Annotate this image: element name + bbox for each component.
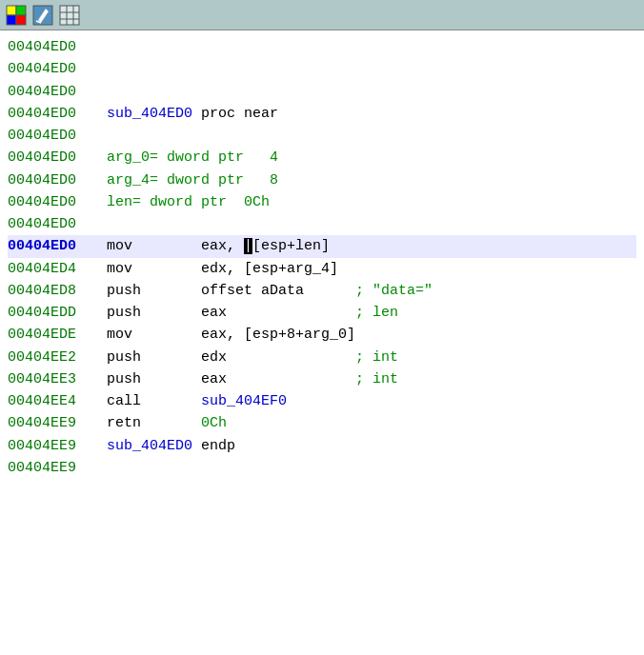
- code-line-endp: 00404EE9 sub_404ED0 endp: [8, 435, 636, 457]
- operand: offset aData: [184, 280, 355, 302]
- address: 00404ED0: [8, 213, 98, 235]
- operand: edx: [184, 347, 355, 368]
- address: 00404EDE: [8, 324, 98, 346]
- svg-rect-3: [16, 15, 26, 25]
- code-line-push-eax-int: 00404EE3 push eax ; int: [8, 368, 636, 390]
- endp-keyword: endp: [192, 435, 235, 457]
- code-line-len: 00404ED0 len= dword ptr 0Ch: [8, 191, 636, 213]
- address: 00404ED0: [8, 103, 98, 125]
- color-picker-icon[interactable]: [6, 5, 27, 26]
- address: 00404EE9: [8, 412, 98, 434]
- address: 00404ED4: [8, 258, 98, 280]
- address: 00404ED0: [8, 147, 98, 169]
- address: 00404ED8: [8, 280, 98, 302]
- address: 00404ED0: [8, 125, 98, 147]
- address: 00404ED0: [8, 58, 98, 80]
- proc-name: sub_404ED0: [98, 103, 192, 125]
- address-highlight: 00404ED0: [8, 235, 98, 257]
- mnemonic: push: [98, 368, 184, 390]
- comment: ; int: [355, 347, 398, 368]
- code-line-mov-eax-arg0: 00404EDE mov eax, [esp+8+arg_0]: [8, 324, 636, 346]
- code-line-push-offset: 00404ED8 push offset aData ; "data=": [8, 280, 636, 302]
- address: 00404ED0: [8, 191, 98, 213]
- grid-icon[interactable]: [59, 5, 80, 26]
- address: 00404EDD: [8, 302, 98, 324]
- svg-rect-7: [60, 6, 79, 25]
- arg-def: len= dword ptr 0Ch: [98, 191, 270, 213]
- code-line: 00404EE9: [8, 457, 636, 479]
- code-line-proc-decl: 00404ED0 sub_404ED0 proc near: [8, 103, 636, 125]
- comment: ; "data=": [355, 280, 433, 302]
- address: 00404ED0: [8, 81, 98, 103]
- mnemonic: retn: [98, 412, 184, 434]
- address: 00404ED0: [8, 169, 98, 191]
- operand: eax, |[esp+len]: [184, 235, 330, 257]
- address: 00404EE9: [8, 457, 98, 479]
- mnemonic: push: [98, 302, 184, 324]
- code-line: 00404ED0: [8, 125, 636, 147]
- code-line: 00404ED0: [8, 36, 636, 58]
- address: 00404EE2: [8, 347, 98, 368]
- code-line-arg4: 00404ED0 arg_4= dword ptr 8: [8, 169, 636, 191]
- code-line-mov-eax-len: 00404ED0 mov eax, |[esp+len]: [8, 235, 636, 257]
- mnemonic: mov: [98, 258, 184, 280]
- code-line: 00404ED0: [8, 81, 636, 103]
- code-line: 00404ED0: [8, 58, 636, 80]
- address: 00404ED0: [8, 36, 98, 58]
- svg-rect-0: [7, 6, 16, 15]
- operand: edx, [esp+arg_4]: [184, 258, 338, 280]
- code-line-mov-edx: 00404ED4 mov edx, [esp+arg_4]: [8, 258, 636, 280]
- mnemonic: call: [98, 390, 184, 412]
- mnemonic: mov: [98, 235, 184, 257]
- arg-def: arg_0= dword ptr 4: [98, 147, 278, 169]
- proc-keyword: proc near: [192, 103, 278, 125]
- proc-end-name: sub_404ED0: [98, 435, 192, 457]
- code-area: 00404ED0 00404ED0 00404ED0 00404ED0 sub_…: [0, 30, 644, 655]
- mnemonic: push: [98, 280, 184, 302]
- svg-rect-1: [16, 6, 26, 15]
- code-line-retn: 00404EE9 retn 0Ch: [8, 412, 636, 434]
- code-line-push-eax: 00404EDD push eax ; len: [8, 302, 636, 324]
- code-line-arg0: 00404ED0 arg_0= dword ptr 4: [8, 147, 636, 169]
- address: 00404EE4: [8, 390, 98, 412]
- operand-retn: 0Ch: [184, 412, 227, 434]
- comment: ; len: [355, 302, 398, 324]
- operand-call: sub_404EF0: [184, 390, 287, 412]
- address: 00404EE9: [8, 435, 98, 457]
- comment: ; int: [355, 368, 398, 390]
- edit-icon[interactable]: [32, 5, 53, 26]
- mnemonic: mov: [98, 324, 184, 346]
- address: 00404EE3: [8, 368, 98, 390]
- mnemonic: push: [98, 347, 184, 368]
- svg-rect-2: [7, 15, 16, 25]
- code-line-push-edx: 00404EE2 push edx ; int: [8, 347, 636, 368]
- toolbar: [0, 0, 644, 30]
- code-line-call: 00404EE4 call sub_404EF0: [8, 390, 636, 412]
- code-line: 00404ED0: [8, 213, 636, 235]
- operand: eax: [184, 302, 355, 324]
- arg-def: arg_4= dword ptr 8: [98, 169, 278, 191]
- operand: eax, [esp+8+arg_0]: [184, 324, 355, 346]
- operand: eax: [184, 368, 355, 390]
